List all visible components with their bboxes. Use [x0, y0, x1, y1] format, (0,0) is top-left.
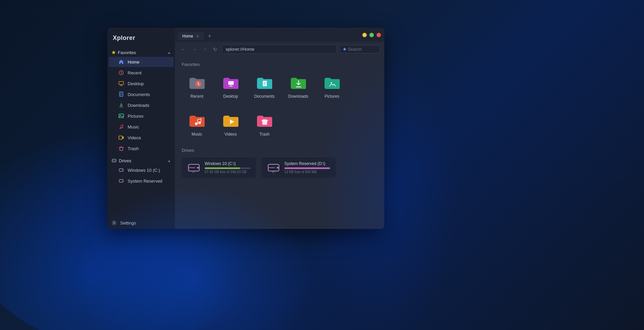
desktop-icon [118, 80, 124, 87]
folder-desktop-icon [222, 74, 239, 92]
drive-d-icon [118, 178, 124, 184]
svg-rect-16 [228, 81, 234, 85]
sidebar-item-label: Home [128, 60, 139, 65]
home-icon [118, 59, 124, 65]
drives-label: Drives [119, 158, 131, 163]
drive-c-bar-fill [205, 167, 240, 169]
sidebar-item-sysreserved[interactable]: System Reserved [109, 176, 174, 186]
drive-c-icon [118, 167, 124, 173]
svg-rect-3 [119, 114, 124, 118]
toolbar: ← → ↑ ↻ [175, 42, 384, 56]
maximize-button[interactable] [369, 33, 374, 37]
settings-icon [111, 220, 117, 226]
svg-text:C:: C: [192, 170, 195, 173]
svg-text:D:: D: [272, 170, 275, 173]
folder-trash-icon [256, 112, 273, 130]
folder-music[interactable]: Music [182, 110, 212, 139]
folder-label: Pictures [325, 94, 339, 99]
svg-point-19 [195, 122, 198, 125]
folder-videos[interactable]: Videos [215, 110, 246, 139]
sidebar-item-label: Trash [128, 146, 139, 151]
drive-d-bar-bg [284, 167, 330, 169]
sidebar-item-trash[interactable]: Trash [109, 143, 174, 154]
sidebar-item-label: Desktop [128, 81, 144, 86]
folder-recent-icon [188, 74, 206, 92]
address-bar[interactable] [222, 45, 337, 54]
drive-d-name: System Reserved (D:\) [284, 161, 330, 166]
sidebar-item-pictures[interactable]: Pictures [109, 111, 174, 121]
folder-recent[interactable]: Recent [182, 72, 212, 101]
new-tab-button[interactable]: + [205, 32, 214, 41]
drives-section-header[interactable]: Drives ▲ [107, 157, 175, 165]
folder-downloads-icon [289, 74, 307, 92]
tab-home[interactable]: Home ✕ [178, 32, 204, 40]
sidebar-item-label: Downloads [128, 103, 149, 108]
svg-point-18 [331, 82, 332, 84]
sidebar-item-recent[interactable]: Recent [109, 68, 174, 78]
main-content: Home ✕ + ← → ↑ ↻ Favorites [175, 28, 384, 229]
sidebar-item-videos[interactable]: Videos [109, 133, 174, 143]
folder-desktop[interactable]: Desktop [215, 72, 246, 101]
file-area: Favorites Recent [175, 56, 384, 229]
favorites-grid-row2: Music Videos [182, 110, 378, 139]
recent-icon [118, 70, 124, 76]
sidebar-item-downloads[interactable]: Downloads [109, 100, 174, 110]
folder-label: Videos [225, 132, 237, 137]
favorites-section-header[interactable]: ★ Favorites ▲ [107, 48, 175, 56]
sidebar-item-label: Videos [128, 135, 141, 140]
drive-item-sysreserved[interactable]: D: System Reserved (D:\) 12 KB free of 5… [261, 158, 336, 178]
videos-icon [118, 135, 124, 141]
pictures-icon [118, 113, 124, 119]
sidebar-item-win10c[interactable]: Windows 10 (C:) [109, 165, 174, 175]
settings-item[interactable]: Settings [107, 217, 175, 229]
svg-point-14 [113, 222, 115, 224]
drive-d-icon: D: [267, 161, 280, 174]
music-icon [118, 124, 124, 130]
svg-point-5 [120, 127, 121, 129]
folder-pictures[interactable]: Pictures [317, 72, 347, 101]
folder-downloads[interactable]: Downloads [283, 72, 313, 101]
svg-point-20 [198, 121, 201, 124]
close-button[interactable] [377, 33, 381, 37]
folder-trash[interactable]: Trash [249, 110, 280, 139]
app-window: Xplorer ★ Favorites ▲ Home [107, 28, 384, 229]
svg-point-23 [197, 167, 199, 168]
sidebar-item-desktop[interactable]: Desktop [109, 78, 174, 89]
folder-label: Music [191, 132, 202, 137]
tab-label: Home [182, 34, 193, 39]
svg-point-11 [122, 170, 123, 170]
back-button[interactable]: ← [179, 45, 188, 53]
svg-point-26 [277, 167, 279, 168]
forward-button[interactable]: → [190, 45, 199, 53]
refresh-button[interactable]: ↻ [211, 45, 219, 53]
drives-chevron: ▲ [168, 159, 171, 163]
star-icon: ★ [111, 50, 116, 55]
sidebar-item-label: Documents [128, 92, 150, 97]
sidebar-item-label: Windows 10 (C:) [128, 168, 160, 173]
sidebar-item-label: Music [128, 124, 139, 129]
svg-point-9 [115, 160, 116, 161]
folder-label: Documents [254, 94, 275, 99]
search-dot-icon [343, 48, 346, 50]
favorites-section-label: Favorites [182, 62, 378, 67]
minimize-button[interactable] [362, 33, 367, 37]
favorites-chevron: ▲ [168, 51, 171, 54]
folder-documents[interactable]: Documents [249, 72, 280, 101]
drive-c-bar-bg [205, 167, 251, 169]
search-input[interactable] [348, 47, 375, 52]
up-button[interactable]: ↑ [202, 45, 208, 53]
sidebar-item-documents[interactable]: Documents [109, 89, 174, 99]
window-controls [362, 33, 381, 40]
trash-icon [118, 145, 124, 151]
drive-c-icon: C: [187, 161, 201, 174]
svg-point-13 [122, 181, 123, 181]
favorites-label: Favorites [118, 50, 136, 55]
sidebar-item-music[interactable]: Music [109, 122, 174, 132]
folder-documents-icon [256, 74, 273, 92]
search-bar-container [340, 45, 380, 53]
tab-close-button[interactable]: ✕ [195, 34, 200, 39]
sidebar-item-home[interactable]: Home [109, 57, 174, 67]
drive-item-win10c[interactable]: C: Windows 10 (C:\) 57.45 GB free of 246… [182, 158, 256, 178]
favorites-grid: Recent Desktop [182, 72, 378, 101]
sidebar-item-label: Pictures [128, 114, 144, 119]
